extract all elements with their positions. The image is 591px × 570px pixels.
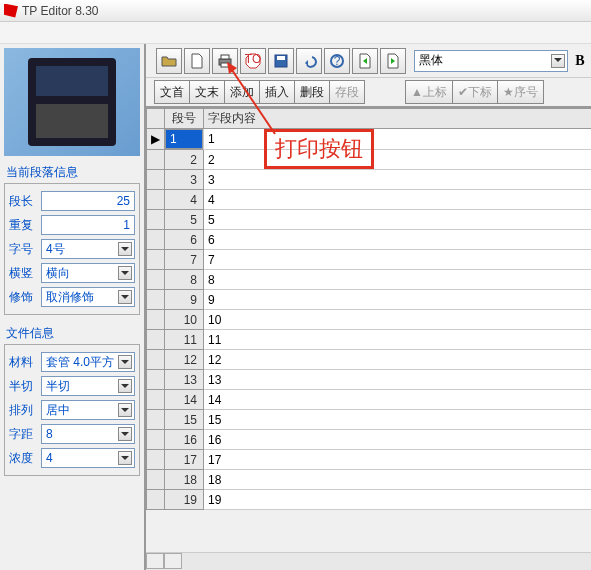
cell-content[interactable]: 6 (204, 230, 592, 250)
row-header[interactable]: 5 (165, 210, 204, 230)
row-pointer[interactable] (147, 190, 165, 210)
cell-content[interactable]: 7 (204, 250, 592, 270)
cell-content[interactable]: 13 (204, 370, 592, 390)
import-button[interactable] (352, 48, 378, 74)
cut-select[interactable]: 半切 (41, 376, 135, 396)
row-header[interactable]: 6 (165, 230, 204, 250)
row-header[interactable]: 14 (165, 390, 204, 410)
horizontal-scrollbar[interactable] (146, 552, 591, 570)
density-select[interactable]: 4 (41, 448, 135, 468)
delete-seg-button[interactable]: 删段 (295, 80, 330, 104)
row-header[interactable]: 4 (165, 190, 204, 210)
chevron-down-icon[interactable] (118, 242, 132, 256)
row-pointer[interactable] (147, 310, 165, 330)
row-pointer[interactable]: ▶ (147, 129, 165, 150)
cell-content[interactable]: 9 (204, 290, 592, 310)
decor-select[interactable]: 取消修饰 (41, 287, 135, 307)
row-pointer[interactable] (147, 470, 165, 490)
row-header[interactable]: 7 (165, 250, 204, 270)
row-pointer[interactable] (147, 270, 165, 290)
order-button[interactable]: ★ 序号 (498, 80, 544, 104)
row-header[interactable]: 17 (165, 450, 204, 470)
row-pointer[interactable] (147, 290, 165, 310)
cell-content[interactable]: 15 (204, 410, 592, 430)
bold-button[interactable]: B (570, 53, 590, 69)
undo-button[interactable] (296, 48, 322, 74)
row-pointer[interactable] (147, 250, 165, 270)
row-header[interactable]: 12 (165, 350, 204, 370)
subscript-button[interactable]: ✔ 下标 (453, 80, 498, 104)
row-header[interactable]: 2 (165, 150, 204, 170)
cell-content[interactable]: 16 (204, 430, 592, 450)
cell-content[interactable]: 10 (204, 310, 592, 330)
row-pointer[interactable] (147, 150, 165, 170)
row-pointer[interactable] (147, 330, 165, 350)
chevron-down-icon[interactable] (118, 355, 132, 369)
cell-content[interactable]: 8 (204, 270, 592, 290)
cell-content[interactable]: 3 (204, 170, 592, 190)
cell-content[interactable]: 5 (204, 210, 592, 230)
spacing-select[interactable]: 8 (41, 424, 135, 444)
row-header[interactable]: 16 (165, 430, 204, 450)
row-pointer[interactable] (147, 450, 165, 470)
row-pointer[interactable] (147, 390, 165, 410)
chevron-down-icon[interactable] (118, 403, 132, 417)
row-pointer[interactable] (147, 430, 165, 450)
row-pointer[interactable] (147, 350, 165, 370)
chevron-down-icon[interactable] (551, 54, 565, 68)
row-header[interactable]: 1 (165, 129, 203, 149)
row-pointer[interactable] (147, 210, 165, 230)
row-pointer[interactable] (147, 230, 165, 250)
orient-select[interactable]: 横向 (41, 263, 135, 283)
font-family-select[interactable]: 黑体 (414, 50, 568, 72)
cell-content[interactable]: 4 (204, 190, 592, 210)
row-header[interactable]: 18 (165, 470, 204, 490)
material-label: 材料 (9, 354, 41, 371)
chevron-down-icon[interactable] (118, 290, 132, 304)
align-select[interactable]: 居中 (41, 400, 135, 420)
cell-content[interactable]: 17 (204, 450, 592, 470)
row-header[interactable]: 3 (165, 170, 204, 190)
open-button[interactable] (156, 48, 182, 74)
cell-content[interactable]: 11 (204, 330, 592, 350)
row-header[interactable]: 15 (165, 410, 204, 430)
repeat-input[interactable]: 1 (41, 215, 135, 235)
chevron-down-icon[interactable] (118, 451, 132, 465)
svg-rect-1 (221, 55, 229, 59)
material-select[interactable]: 套管 4.0平方 (41, 352, 135, 372)
row-header[interactable]: 13 (165, 370, 204, 390)
help-button[interactable]: ? (324, 48, 350, 74)
cell-content[interactable]: 12 (204, 350, 592, 370)
row-header[interactable]: 19 (165, 490, 204, 510)
save-seg-button[interactable]: 存段 (330, 80, 365, 104)
cell-content[interactable]: 14 (204, 390, 592, 410)
data-grid[interactable]: 段号 字段内容 ▶1122334455667788991010111112121… (146, 108, 591, 552)
font-select[interactable]: 4号 (41, 239, 135, 259)
row-header[interactable]: 11 (165, 330, 204, 350)
row-header[interactable]: 10 (165, 310, 204, 330)
col-segno[interactable]: 段号 (165, 109, 204, 129)
row-pointer[interactable] (147, 490, 165, 510)
doc-start-button[interactable]: 文首 (154, 80, 190, 104)
row-pointer[interactable] (147, 410, 165, 430)
doc-end-button[interactable]: 文末 (190, 80, 225, 104)
device-preview (4, 48, 140, 156)
new-button[interactable] (184, 48, 210, 74)
length-input[interactable]: 25 (41, 191, 135, 211)
superscript-button[interactable]: ▲ 上标 (405, 80, 453, 104)
row-pointer[interactable] (147, 370, 165, 390)
scroll-left-icon[interactable] (146, 553, 164, 569)
export-button[interactable] (380, 48, 406, 74)
chevron-down-icon[interactable] (118, 266, 132, 280)
row-header[interactable]: 9 (165, 290, 204, 310)
row-pointer[interactable] (147, 170, 165, 190)
scroll-thumb[interactable] (164, 553, 182, 569)
cell-content[interactable]: 2 (204, 150, 592, 170)
cell-content[interactable]: 18 (204, 470, 592, 490)
app-title: TP Editor 8.30 (22, 4, 99, 18)
chevron-down-icon[interactable] (118, 379, 132, 393)
chevron-down-icon[interactable] (118, 427, 132, 441)
cell-content[interactable]: 19 (204, 490, 592, 510)
row-header[interactable]: 8 (165, 270, 204, 290)
menu-bar[interactable] (0, 22, 591, 44)
